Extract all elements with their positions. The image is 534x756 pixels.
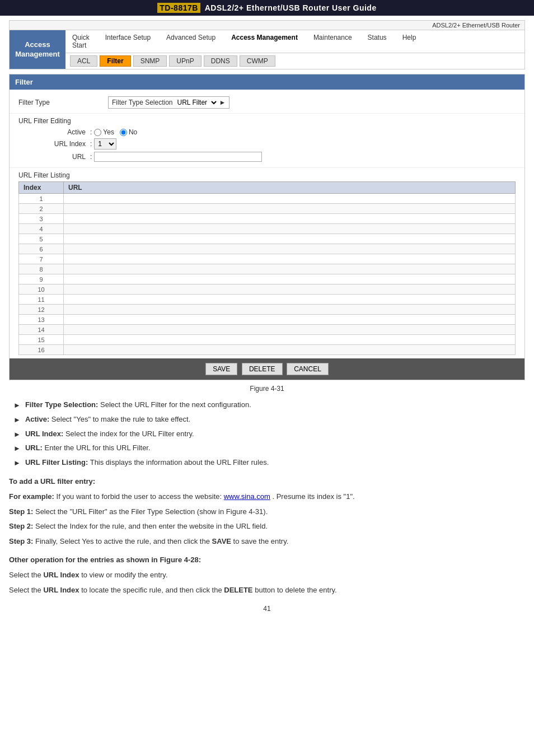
nav-sub-upnp[interactable]: UPnP — [169, 55, 201, 67]
url-row: URL : — [18, 152, 516, 162]
table-cell-url — [64, 335, 516, 345]
table-cell-url — [64, 315, 516, 325]
table-cell-index: 12 — [19, 305, 64, 315]
active-yes-radio[interactable] — [94, 129, 101, 136]
table-row[interactable]: 4 — [19, 224, 516, 234]
filter-type-row: Filter Type Filter Type Selection URL Fi… — [10, 92, 524, 114]
nav-item-help[interactable]: Help — [400, 32, 419, 50]
table-row[interactable]: 11 — [19, 295, 516, 305]
header-bar: TD-8817B ADSL2/2+ Ethernet/USB Router Us… — [0, 0, 534, 16]
url-filter-editing-section: URL Filter Editing Active : Yes No URL I… — [10, 114, 524, 168]
table-cell-url — [64, 244, 516, 254]
table-row[interactable]: 6 — [19, 244, 516, 254]
table-cell-url — [64, 295, 516, 305]
delete-bold: DELETE — [224, 586, 252, 594]
active-label: Active — [18, 128, 86, 136]
save-button[interactable]: SAVE — [205, 363, 237, 375]
active-yes-label[interactable]: Yes — [94, 128, 114, 136]
table-row[interactable]: 1 — [19, 194, 516, 204]
for-example-label: For example: — [9, 492, 54, 501]
table-cell-url — [64, 264, 516, 274]
table-cell-index: 11 — [19, 295, 64, 305]
url-index-bold-2: URL Index — [43, 586, 79, 594]
table-row[interactable]: 5 — [19, 234, 516, 244]
step3-save: SAVE — [212, 537, 231, 545]
nav-sub-cwmp[interactable]: CWMP — [240, 55, 275, 67]
table-row[interactable]: 2 — [19, 204, 516, 214]
table-cell-index: 15 — [19, 335, 64, 345]
filter-type-arrow-icon: ► — [219, 99, 226, 106]
nav-item-maintenance[interactable]: Maintenance — [311, 32, 354, 50]
nav-sub-ddns[interactable]: DDNS — [204, 55, 237, 67]
active-no-label[interactable]: No — [120, 128, 137, 136]
nav-item-status[interactable]: Status — [366, 32, 389, 50]
table-cell-url — [64, 254, 516, 264]
nav-sub-row: ACL Filter SNMP UPnP DDNS CWMP — [65, 53, 524, 69]
active-no-radio[interactable] — [120, 129, 127, 136]
add-section-title: To add a URL filter entry: — [9, 476, 525, 488]
table-header-index: Index — [19, 182, 64, 194]
url-filter-listing-label: URL Filter Listing — [18, 171, 516, 179]
table-row[interactable]: 13 — [19, 315, 516, 325]
nav-access-management[interactable]: Access Management — [10, 30, 65, 69]
nav-area: ADSL2/2+ Ethernet/USB Router Access Mana… — [9, 20, 525, 69]
filter-section-header: Filter — [10, 74, 524, 90]
other-para1: Select the URL Index to view or modify t… — [9, 570, 525, 581]
nav-sub-filter[interactable]: Filter — [100, 55, 130, 67]
table-cell-index: 3 — [19, 214, 64, 224]
table-row[interactable]: 8 — [19, 264, 516, 274]
table-row[interactable]: 12 — [19, 305, 516, 315]
table-cell-index: 8 — [19, 264, 64, 274]
bullet-arrow-icon: ► — [13, 458, 21, 469]
nav-items-row: QuickStart Interface Setup Advanced Setu… — [65, 30, 524, 53]
table-row[interactable]: 14 — [19, 325, 516, 335]
nav-row: Access Management QuickStart Interface S… — [10, 30, 524, 69]
table-row[interactable]: 9 — [19, 274, 516, 284]
table-cell-url — [64, 194, 516, 204]
filter-type-selector[interactable]: Filter Type Selection URL Filter MAC Fil… — [108, 96, 229, 109]
filter-type-selector-label: Filter Type Selection — [112, 99, 173, 106]
table-cell-url — [64, 325, 516, 335]
nav-sub-snmp[interactable]: SNMP — [133, 55, 167, 67]
table-cell-url — [64, 204, 516, 214]
page-number: 41 — [0, 605, 534, 613]
table-row[interactable]: 15 — [19, 335, 516, 345]
table-row[interactable]: 3 — [19, 214, 516, 224]
table-row[interactable]: 16 — [19, 345, 516, 355]
url-index-select[interactable]: 1234 5678 9101112 13141516 — [94, 138, 116, 150]
filter-type-select[interactable]: URL Filter MAC Filter — [175, 98, 218, 107]
bullet-term: URL Filter Listing: — [25, 458, 88, 466]
step2-para: Step 2: Select the Index for the rule, a… — [9, 521, 525, 533]
bullet-term: Active: — [25, 415, 49, 423]
cancel-button[interactable]: CANCEL — [287, 363, 329, 375]
bullet-term: URL Index: — [25, 430, 63, 438]
delete-button[interactable]: DELETE — [242, 363, 283, 375]
url-filter-editing-label: URL Filter Editing — [18, 117, 516, 125]
nav-item-interface-setup[interactable]: Interface Setup — [103, 32, 153, 50]
table-cell-url — [64, 305, 516, 315]
example-link[interactable]: www.sina.com — [224, 492, 270, 501]
table-cell-index: 2 — [19, 204, 64, 214]
other-section-title: Other operation for the entries as shown… — [9, 554, 525, 566]
url-label: URL — [18, 153, 86, 161]
nav-item-access-management[interactable]: Access Management — [229, 32, 300, 50]
nav-item-advanced-setup[interactable]: Advanced Setup — [164, 32, 218, 50]
table-row[interactable]: 10 — [19, 284, 516, 295]
bullet-term: URL: — [25, 444, 43, 452]
bullet-arrow-icon: ► — [13, 414, 21, 426]
model-label: TD-8817B — [157, 3, 200, 13]
nav-item-quick-start[interactable]: QuickStart — [70, 32, 92, 50]
url-index-bold-1: URL Index — [43, 571, 79, 579]
table-cell-index: 10 — [19, 284, 64, 295]
table-row[interactable]: 7 — [19, 254, 516, 264]
nav-sub-acl[interactable]: ACL — [70, 55, 97, 67]
body-text: ►Filter Type Selection: Select the URL F… — [9, 399, 525, 596]
table-cell-index: 6 — [19, 244, 64, 254]
figure-caption: Figure 4-31 — [0, 385, 534, 393]
bullet-item: ►URL Index: Select the index for the URL… — [9, 428, 525, 441]
url-index-label: URL Index — [18, 140, 86, 148]
step3-text: Finally, Select Yes to active the rule, … — [35, 537, 212, 545]
nav-main: QuickStart Interface Setup Advanced Setu… — [65, 30, 524, 69]
table-cell-index: 7 — [19, 254, 64, 264]
url-input[interactable] — [94, 152, 262, 162]
